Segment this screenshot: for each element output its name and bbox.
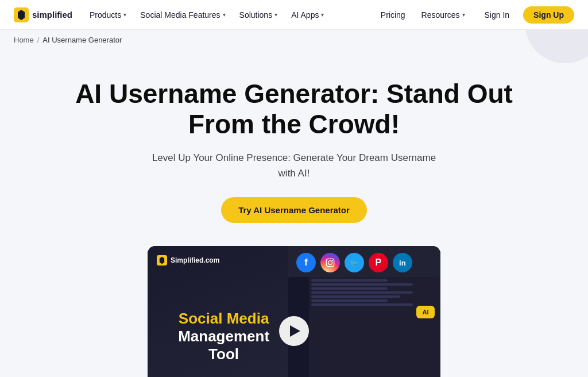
hero-section: AI Username Generator: Stand Out From th…	[47, 50, 541, 377]
hero-subtitle: Level Up Your Online Presence: Generate …	[59, 150, 529, 181]
mockup-bar-6	[311, 299, 388, 302]
social-icons-row: f 🐦 P in	[288, 246, 440, 277]
chevron-down-icon: ▾	[321, 11, 324, 18]
play-button[interactable]	[279, 316, 309, 346]
signup-button[interactable]: Sign Up	[523, 6, 574, 24]
mockup-bar-5	[311, 295, 400, 298]
nav-pricing[interactable]: Pricing	[375, 7, 411, 23]
mockup-layout	[288, 277, 440, 377]
mockup-bar-4	[311, 291, 413, 294]
twitter-icon: 🐦	[345, 253, 364, 272]
app-mockup: createsubtitlesin yourlanguage AI	[288, 277, 440, 377]
breadcrumb-separator: /	[37, 36, 40, 44]
pinterest-icon: P	[369, 253, 388, 272]
signin-button[interactable]: Sign In	[475, 6, 519, 24]
video-logo-text: Simplified.com	[171, 256, 219, 264]
chevron-down-icon: ▾	[462, 11, 465, 18]
chevron-down-icon: ▾	[123, 11, 126, 18]
ai-badge: AI	[416, 306, 435, 318]
video-logo-icon	[157, 255, 167, 266]
facebook-icon: f	[296, 253, 316, 272]
instagram-svg	[326, 258, 335, 267]
linkedin-icon: in	[393, 253, 412, 272]
nav-products[interactable]: Products ▾	[84, 7, 132, 23]
video-left-panel: Simplified.com Social Media ManagementTo…	[148, 246, 300, 377]
hero-title: AI Username Generator: Stand Out From th…	[59, 79, 529, 140]
logo-link[interactable]: simplified	[14, 7, 72, 22]
logo-icon	[14, 7, 29, 22]
instagram-icon	[320, 253, 340, 272]
video-logo-row: Simplified.com	[157, 255, 219, 266]
svg-point-4	[331, 260, 332, 261]
chevron-down-icon: ▾	[223, 11, 226, 18]
nav-resources[interactable]: Resources ▾	[416, 7, 471, 23]
video-right-panel: f 🐦 P in	[288, 246, 440, 377]
logo-text: simplified	[32, 10, 72, 20]
svg-point-3	[328, 261, 332, 265]
video-title: Social Media ManagementTool	[161, 310, 286, 364]
play-triangle-icon	[290, 325, 300, 337]
chevron-down-icon: ▾	[274, 11, 277, 18]
breadcrumb-current: AI Username Generator	[42, 36, 122, 44]
svg-rect-2	[326, 259, 334, 266]
navbar: simplified Products ▾ Social Media Featu…	[0, 0, 588, 30]
nav-ai-apps[interactable]: AI Apps ▾	[285, 7, 330, 23]
breadcrumb-home[interactable]: Home	[14, 36, 34, 44]
nav-right: Pricing Resources ▾ Sign In Sign Up	[375, 6, 574, 24]
nav-social-media-features[interactable]: Social Media Features ▾	[134, 7, 231, 23]
video-card: Simplified.com Social Media ManagementTo…	[148, 246, 440, 377]
mockup-bar-2	[311, 283, 413, 286]
mockup-bar-1	[311, 279, 388, 282]
nav-solutions[interactable]: Solutions ▾	[234, 7, 284, 23]
mockup-bar-7	[311, 303, 413, 306]
cta-button[interactable]: Try AI Username Generator	[221, 197, 367, 223]
breadcrumb: Home / AI Username Generator	[0, 30, 588, 50]
video-inner: Simplified.com Social Media ManagementTo…	[148, 246, 440, 377]
mockup-bar-3	[311, 287, 388, 290]
mockup-content	[309, 277, 440, 377]
